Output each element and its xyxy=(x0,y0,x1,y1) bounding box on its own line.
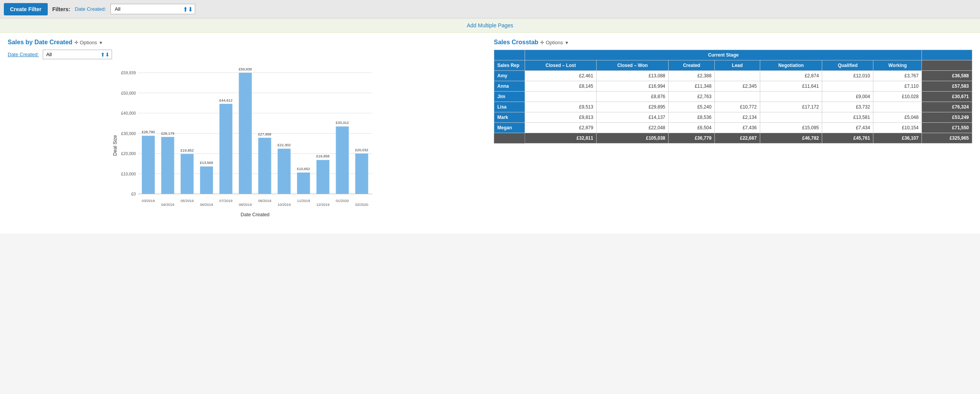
total-created: £36,779 xyxy=(669,133,715,144)
chart-filter-select[interactable]: All xyxy=(43,50,112,59)
chart-options-arrow[interactable]: ▼ xyxy=(99,40,103,45)
svg-text:£20,000: £20,000 xyxy=(121,151,136,156)
create-filter-button[interactable]: Create Filter xyxy=(4,3,48,15)
megan-total: £71,550 xyxy=(922,123,972,133)
amy-qualified: £12,010 xyxy=(822,71,873,81)
megan-lead: £7,436 xyxy=(715,123,760,133)
bar-03-2019[interactable] xyxy=(142,136,155,194)
svg-text:£13,569: £13,569 xyxy=(200,160,213,165)
mark-closed-lost: £9,813 xyxy=(525,112,597,123)
crosstab-options-label[interactable]: Options xyxy=(546,40,563,45)
empty-header-cell xyxy=(494,50,525,60)
mark-created: £8,536 xyxy=(669,112,715,123)
amy-working: £3,767 xyxy=(873,71,922,81)
svg-text:10/2019: 10/2019 xyxy=(278,203,291,207)
filter-select[interactable]: All xyxy=(110,4,195,14)
chart-panel: Sales by Date Created ✛ Options ▼ Date C… xyxy=(8,39,486,227)
jim-total: £30,671 xyxy=(922,92,972,102)
crosstab-options-arrow[interactable]: ▼ xyxy=(565,40,569,45)
bar-10-2019[interactable] xyxy=(278,149,291,194)
jim-working: £10,028 xyxy=(873,92,922,102)
amy-created: £2,388 xyxy=(669,71,715,81)
bar-07-2019[interactable] xyxy=(219,104,232,194)
rep-megan: Megan xyxy=(494,123,525,133)
bar-05-2019[interactable] xyxy=(181,154,194,194)
current-stage-header: Current Stage xyxy=(525,50,922,60)
megan-closed-lost: £2,879 xyxy=(525,123,597,133)
table-row: Megan £2,879 £22,048 £6,504 £7,436 £15,0… xyxy=(494,123,972,133)
svg-text:£50,000: £50,000 xyxy=(121,91,136,95)
anna-working: £7,110 xyxy=(873,81,922,92)
qualified-header: Qualified xyxy=(822,60,873,71)
bar-11-2019[interactable] xyxy=(297,172,310,194)
mark-negotiation xyxy=(760,112,822,123)
jim-lead xyxy=(715,92,760,102)
svg-text:£27,868: £27,868 xyxy=(258,132,271,136)
chart-filter-select-wrapper: All ⬆⬇ xyxy=(43,50,112,59)
anna-closed-won: £16,994 xyxy=(597,81,669,92)
toolbar: Create Filter Filters: Date Created: All… xyxy=(0,0,980,18)
megan-negotiation: £15,095 xyxy=(760,123,822,133)
anna-total: £57,583 xyxy=(922,81,972,92)
rep-lisa: Lisa xyxy=(494,102,525,112)
crosstab-header-row-2: Sales Rep Closed – Lost Closed – Won Cre… xyxy=(494,60,972,71)
filters-label: Filters: xyxy=(52,6,70,12)
total-lead: £22,687 xyxy=(715,133,760,144)
bar-02-2020[interactable] xyxy=(355,154,368,194)
anna-negotiation: £11,641 xyxy=(760,81,822,92)
megan-closed-won: £22,048 xyxy=(597,123,669,133)
lisa-working xyxy=(873,102,922,112)
mark-working: £5,048 xyxy=(873,112,922,123)
table-row: Amy £2,461 £13,088 £2,388 £2,874 £12,010… xyxy=(494,71,972,81)
add-multiple-pages-banner[interactable]: Add Multiple Pages xyxy=(0,18,980,33)
jim-qualified: £9,004 xyxy=(822,92,873,102)
negotiation-header: Negotiation xyxy=(760,60,822,71)
svg-text:£59,939: £59,939 xyxy=(121,70,136,75)
chart-options-label[interactable]: Options xyxy=(80,40,97,45)
mark-closed-won: £14,137 xyxy=(597,112,669,123)
lisa-created: £5,240 xyxy=(669,102,715,112)
anna-closed-lost: £8,145 xyxy=(525,81,597,92)
amy-lead xyxy=(715,71,760,81)
svg-text:09/2019: 09/2019 xyxy=(258,199,271,203)
svg-text:£28,179: £28,179 xyxy=(161,131,174,135)
date-created-filter-link[interactable]: Date Created: xyxy=(75,6,106,12)
crosstab-header-row-1: Current Stage xyxy=(494,50,972,60)
closed-lost-header: Closed – Lost xyxy=(525,60,597,71)
svg-text:£30,000: £30,000 xyxy=(121,131,136,136)
lisa-closed-won: £29,895 xyxy=(597,102,669,112)
bar-01-2020[interactable] xyxy=(336,127,349,194)
svg-text:01/2020: 01/2020 xyxy=(336,199,349,203)
svg-text:12/2019: 12/2019 xyxy=(316,203,329,207)
totals-row: £32,811 £105,038 £36,779 £22,687 £46,782… xyxy=(494,133,972,144)
created-header: Created xyxy=(669,60,715,71)
megan-created: £6,504 xyxy=(669,123,715,133)
lead-header: Lead xyxy=(715,60,760,71)
table-row: Anna £8,145 £16,994 £11,348 £2,345 £11,6… xyxy=(494,81,972,92)
chart-date-created-label[interactable]: Date Created: xyxy=(8,52,39,57)
bar-08-2019[interactable] xyxy=(239,73,252,194)
svg-text:08/2019: 08/2019 xyxy=(239,203,252,207)
total-closed-lost: £32,811 xyxy=(525,133,597,144)
table-row: Lisa £9,513 £29,895 £5,240 £10,772 £17,1… xyxy=(494,102,972,112)
total-header-empty xyxy=(922,50,972,60)
lisa-closed-lost: £9,513 xyxy=(525,102,597,112)
total-closed-won: £105,038 xyxy=(597,133,669,144)
working-header: Working xyxy=(873,60,922,71)
amy-total: £36,588 xyxy=(922,71,972,81)
svg-text:07/2019: 07/2019 xyxy=(219,199,232,203)
bar-04-2019[interactable] xyxy=(161,137,174,194)
bar-12-2019[interactable] xyxy=(316,160,329,194)
rep-amy: Amy xyxy=(494,71,525,81)
x-axis-label: Date Created xyxy=(241,212,269,217)
svg-text:£19,852: £19,852 xyxy=(181,148,194,152)
crosstab-plus-icon: ✛ xyxy=(540,40,546,45)
svg-text:£10,652: £10,652 xyxy=(297,167,310,171)
svg-text:£10,000: £10,000 xyxy=(121,172,136,176)
svg-text:£40,000: £40,000 xyxy=(121,111,136,115)
mark-qualified: £13,581 xyxy=(822,112,873,123)
crosstab-title-row: Sales Crosstab ✛ Options ▼ xyxy=(494,39,972,46)
svg-text:£28,790: £28,790 xyxy=(142,130,155,134)
bar-09-2019[interactable] xyxy=(258,138,271,194)
bar-06-2019[interactable] xyxy=(200,167,213,194)
